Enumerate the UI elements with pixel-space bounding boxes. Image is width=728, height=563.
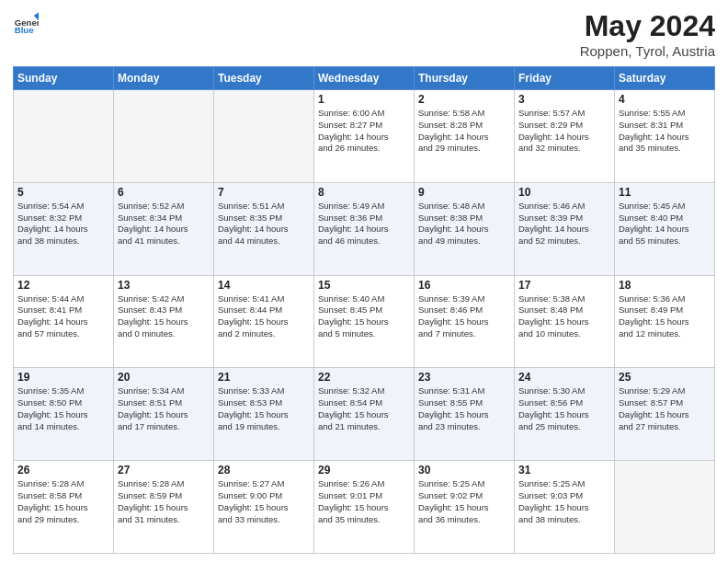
- day-info: Sunrise: 5:32 AM Sunset: 8:54 PM Dayligh…: [318, 385, 410, 432]
- day-info: Sunrise: 5:25 AM Sunset: 9:03 PM Dayligh…: [518, 478, 610, 525]
- table-row: 19Sunrise: 5:35 AM Sunset: 8:50 PM Dayli…: [14, 368, 114, 461]
- table-row: 16Sunrise: 5:39 AM Sunset: 8:46 PM Dayli…: [415, 275, 515, 368]
- col-sunday: Sunday: [14, 67, 114, 90]
- title-block: May 2024 Roppen, Tyrol, Austria: [580, 9, 715, 59]
- day-number: 27: [118, 464, 210, 477]
- table-row: 7Sunrise: 5:51 AM Sunset: 8:35 PM Daylig…: [214, 182, 314, 275]
- day-info: Sunrise: 5:52 AM Sunset: 8:34 PM Dayligh…: [118, 201, 210, 247]
- table-row: 25Sunrise: 5:29 AM Sunset: 8:57 PM Dayli…: [615, 368, 715, 461]
- day-number: 25: [619, 371, 711, 384]
- day-number: 24: [518, 371, 610, 384]
- day-info: Sunrise: 5:38 AM Sunset: 8:48 PM Dayligh…: [518, 293, 610, 340]
- day-info: Sunrise: 5:42 AM Sunset: 8:43 PM Dayligh…: [118, 293, 210, 340]
- day-info: Sunrise: 5:26 AM Sunset: 9:01 PM Dayligh…: [318, 478, 410, 525]
- day-number: 30: [418, 464, 510, 477]
- day-info: Sunrise: 5:30 AM Sunset: 8:56 PM Dayligh…: [518, 385, 610, 432]
- day-number: 13: [118, 279, 210, 292]
- calendar-week-row: 1Sunrise: 6:00 AM Sunset: 8:27 PM Daylig…: [14, 90, 715, 183]
- day-number: 29: [318, 464, 410, 477]
- day-number: 10: [518, 186, 610, 199]
- day-info: Sunrise: 5:41 AM Sunset: 8:44 PM Dayligh…: [218, 293, 310, 340]
- day-number: 31: [518, 464, 610, 477]
- day-number: 21: [218, 371, 310, 384]
- day-number: 2: [418, 93, 510, 106]
- location-subtitle: Roppen, Tyrol, Austria: [580, 43, 715, 59]
- table-row: 11Sunrise: 5:45 AM Sunset: 8:40 PM Dayli…: [615, 182, 715, 275]
- day-info: Sunrise: 5:40 AM Sunset: 8:45 PM Dayligh…: [318, 293, 410, 340]
- table-row: 4Sunrise: 5:55 AM Sunset: 8:31 PM Daylig…: [615, 90, 715, 183]
- table-row: 29Sunrise: 5:26 AM Sunset: 9:01 PM Dayli…: [314, 461, 415, 554]
- day-number: 14: [218, 279, 310, 292]
- day-info: Sunrise: 5:29 AM Sunset: 8:57 PM Dayligh…: [619, 385, 711, 432]
- table-row: 18Sunrise: 5:36 AM Sunset: 8:49 PM Dayli…: [615, 275, 715, 368]
- day-number: 18: [619, 279, 711, 292]
- day-info: Sunrise: 5:49 AM Sunset: 8:36 PM Dayligh…: [318, 201, 410, 247]
- col-friday: Friday: [515, 67, 615, 90]
- calendar-week-row: 19Sunrise: 5:35 AM Sunset: 8:50 PM Dayli…: [14, 368, 715, 461]
- table-row: 2Sunrise: 5:58 AM Sunset: 8:28 PM Daylig…: [415, 90, 515, 183]
- table-row: [114, 90, 214, 183]
- calendar-week-row: 26Sunrise: 5:28 AM Sunset: 8:58 PM Dayli…: [14, 461, 715, 554]
- day-info: Sunrise: 5:28 AM Sunset: 8:59 PM Dayligh…: [118, 478, 210, 525]
- day-info: Sunrise: 5:54 AM Sunset: 8:32 PM Dayligh…: [17, 201, 109, 247]
- day-info: Sunrise: 5:36 AM Sunset: 8:49 PM Dayligh…: [619, 293, 711, 340]
- table-row: [14, 90, 114, 183]
- svg-text:Blue: Blue: [15, 25, 34, 35]
- table-row: 13Sunrise: 5:42 AM Sunset: 8:43 PM Dayli…: [114, 275, 214, 368]
- day-number: 23: [418, 371, 510, 384]
- day-number: 6: [118, 186, 210, 199]
- table-row: 14Sunrise: 5:41 AM Sunset: 8:44 PM Dayli…: [214, 275, 314, 368]
- day-info: Sunrise: 5:27 AM Sunset: 9:00 PM Dayligh…: [218, 478, 310, 525]
- day-info: Sunrise: 5:44 AM Sunset: 8:41 PM Dayligh…: [17, 293, 109, 340]
- table-row: 1Sunrise: 6:00 AM Sunset: 8:27 PM Daylig…: [314, 90, 415, 183]
- day-number: 8: [318, 186, 410, 199]
- table-row: [214, 90, 314, 183]
- table-row: 28Sunrise: 5:27 AM Sunset: 9:00 PM Dayli…: [214, 461, 314, 554]
- day-number: 1: [318, 93, 410, 106]
- day-number: 5: [17, 186, 109, 199]
- day-number: 9: [418, 186, 510, 199]
- logo-icon: General Blue: [13, 9, 39, 35]
- table-row: 31Sunrise: 5:25 AM Sunset: 9:03 PM Dayli…: [515, 461, 615, 554]
- table-row: 26Sunrise: 5:28 AM Sunset: 8:58 PM Dayli…: [14, 461, 114, 554]
- table-row: 24Sunrise: 5:30 AM Sunset: 8:56 PM Dayli…: [515, 368, 615, 461]
- day-number: 12: [17, 279, 109, 292]
- day-info: Sunrise: 5:48 AM Sunset: 8:38 PM Dayligh…: [418, 201, 510, 247]
- day-info: Sunrise: 5:51 AM Sunset: 8:35 PM Dayligh…: [218, 201, 310, 247]
- day-info: Sunrise: 5:55 AM Sunset: 8:31 PM Dayligh…: [619, 108, 711, 155]
- col-monday: Monday: [114, 67, 214, 90]
- col-wednesday: Wednesday: [314, 67, 415, 90]
- day-info: Sunrise: 5:34 AM Sunset: 8:51 PM Dayligh…: [118, 385, 210, 432]
- day-info: Sunrise: 5:28 AM Sunset: 8:58 PM Dayligh…: [17, 478, 109, 525]
- day-info: Sunrise: 6:00 AM Sunset: 8:27 PM Dayligh…: [318, 108, 410, 155]
- table-row: 23Sunrise: 5:31 AM Sunset: 8:55 PM Dayli…: [415, 368, 515, 461]
- day-info: Sunrise: 5:31 AM Sunset: 8:55 PM Dayligh…: [418, 385, 510, 432]
- day-info: Sunrise: 5:45 AM Sunset: 8:40 PM Dayligh…: [619, 201, 711, 247]
- calendar-table: Sunday Monday Tuesday Wednesday Thursday…: [13, 66, 715, 554]
- table-row: 10Sunrise: 5:46 AM Sunset: 8:39 PM Dayli…: [515, 182, 615, 275]
- table-row: 5Sunrise: 5:54 AM Sunset: 8:32 PM Daylig…: [14, 182, 114, 275]
- day-info: Sunrise: 5:58 AM Sunset: 8:28 PM Dayligh…: [418, 108, 510, 155]
- table-row: 15Sunrise: 5:40 AM Sunset: 8:45 PM Dayli…: [314, 275, 415, 368]
- day-number: 19: [17, 371, 109, 384]
- day-info: Sunrise: 5:57 AM Sunset: 8:29 PM Dayligh…: [518, 108, 610, 155]
- day-number: 7: [218, 186, 310, 199]
- day-number: 20: [118, 371, 210, 384]
- day-info: Sunrise: 5:33 AM Sunset: 8:53 PM Dayligh…: [218, 385, 310, 432]
- table-row: 20Sunrise: 5:34 AM Sunset: 8:51 PM Dayli…: [114, 368, 214, 461]
- day-info: Sunrise: 5:46 AM Sunset: 8:39 PM Dayligh…: [518, 201, 610, 247]
- table-row: 8Sunrise: 5:49 AM Sunset: 8:36 PM Daylig…: [314, 182, 415, 275]
- col-thursday: Thursday: [415, 67, 515, 90]
- table-row: [615, 461, 715, 554]
- day-number: 4: [619, 93, 711, 106]
- day-info: Sunrise: 5:35 AM Sunset: 8:50 PM Dayligh…: [17, 385, 109, 432]
- table-row: 22Sunrise: 5:32 AM Sunset: 8:54 PM Dayli…: [314, 368, 415, 461]
- table-row: 17Sunrise: 5:38 AM Sunset: 8:48 PM Dayli…: [515, 275, 615, 368]
- table-row: 9Sunrise: 5:48 AM Sunset: 8:38 PM Daylig…: [415, 182, 515, 275]
- table-row: 21Sunrise: 5:33 AM Sunset: 8:53 PM Dayli…: [214, 368, 314, 461]
- page: General Blue May 2024 Roppen, Tyrol, Aus…: [0, 0, 728, 563]
- logo: General Blue: [13, 9, 39, 35]
- table-row: 3Sunrise: 5:57 AM Sunset: 8:29 PM Daylig…: [515, 90, 615, 183]
- table-row: 12Sunrise: 5:44 AM Sunset: 8:41 PM Dayli…: [14, 275, 114, 368]
- table-row: 30Sunrise: 5:25 AM Sunset: 9:02 PM Dayli…: [415, 461, 515, 554]
